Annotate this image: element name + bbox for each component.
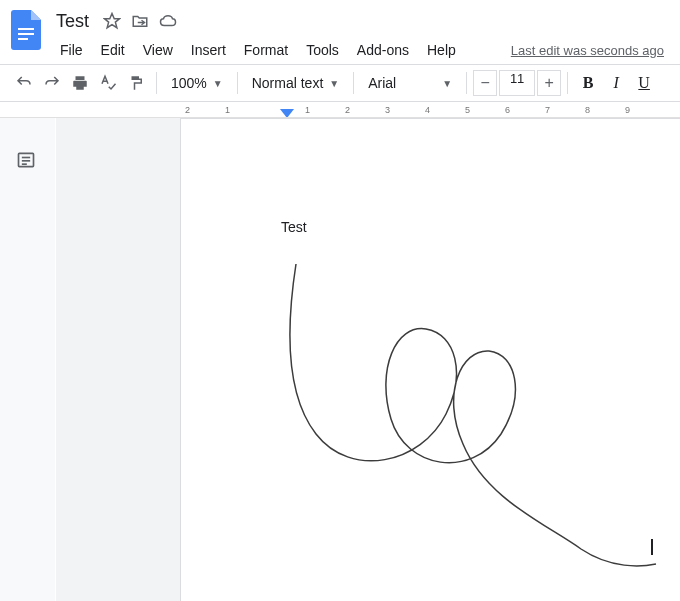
svg-rect-1 (18, 33, 34, 35)
print-button[interactable] (66, 69, 94, 97)
chevron-down-icon: ▼ (213, 78, 223, 89)
menu-view[interactable]: View (135, 38, 181, 62)
text-cursor (651, 539, 653, 555)
menu-file[interactable]: File (52, 38, 91, 62)
chevron-down-icon: ▼ (442, 78, 452, 89)
scribble-drawing[interactable] (281, 259, 680, 579)
bold-button[interactable]: B (574, 69, 602, 97)
svg-rect-2 (18, 38, 28, 40)
move-icon[interactable] (131, 12, 149, 30)
document-body-text[interactable]: Test (281, 219, 307, 235)
ruler-body[interactable] (180, 102, 680, 117)
font-size-control: − 11 + (473, 70, 561, 96)
menu-format[interactable]: Format (236, 38, 296, 62)
toolbar: 100% ▼ Normal text ▼ Arial ▼ − 11 + B I … (0, 64, 680, 102)
spellcheck-button[interactable] (94, 69, 122, 97)
document-outline-button[interactable] (16, 150, 40, 174)
paint-format-button[interactable] (122, 69, 150, 97)
font-size-decrease-button[interactable]: − (473, 70, 497, 96)
toolbar-separator (567, 72, 568, 94)
horizontal-ruler (0, 102, 680, 118)
redo-button[interactable] (38, 69, 66, 97)
document-page[interactable]: Test (180, 118, 680, 601)
undo-button[interactable] (10, 69, 38, 97)
toolbar-separator (156, 72, 157, 94)
menu-help[interactable]: Help (419, 38, 464, 62)
menu-edit[interactable]: Edit (93, 38, 133, 62)
svg-rect-0 (18, 28, 34, 30)
workspace: Test (0, 118, 680, 601)
toolbar-separator (353, 72, 354, 94)
left-gutter (0, 118, 56, 601)
italic-button[interactable]: I (602, 69, 630, 97)
menu-bar: File Edit View Insert Format Tools Add-o… (52, 36, 668, 64)
font-size-input[interactable]: 11 (499, 70, 535, 96)
menu-tools[interactable]: Tools (298, 38, 347, 62)
toolbar-separator (466, 72, 467, 94)
zoom-value: 100% (171, 75, 207, 91)
canvas-area[interactable]: Test (56, 118, 680, 601)
indent-marker[interactable] (280, 109, 294, 117)
last-edit-link[interactable]: Last edit was seconds ago (511, 43, 668, 58)
menu-insert[interactable]: Insert (183, 38, 234, 62)
star-icon[interactable] (103, 12, 121, 30)
font-size-increase-button[interactable]: + (537, 70, 561, 96)
paragraph-style-select[interactable]: Normal text ▼ (244, 69, 347, 97)
zoom-select[interactable]: 100% ▼ (163, 69, 231, 97)
chevron-down-icon: ▼ (329, 78, 339, 89)
underline-button[interactable]: U (630, 69, 658, 97)
font-family-select[interactable]: Arial ▼ (360, 69, 460, 97)
document-title[interactable]: Test (52, 11, 93, 32)
title-area: Test File Edit View Insert Format Tools … (52, 8, 668, 64)
toolbar-separator (237, 72, 238, 94)
app-header: Test File Edit View Insert Format Tools … (0, 0, 680, 64)
font-value: Arial (368, 75, 396, 91)
style-value: Normal text (252, 75, 324, 91)
cloud-status-icon[interactable] (159, 12, 177, 30)
menu-addons[interactable]: Add-ons (349, 38, 417, 62)
docs-app-icon[interactable] (8, 10, 44, 58)
